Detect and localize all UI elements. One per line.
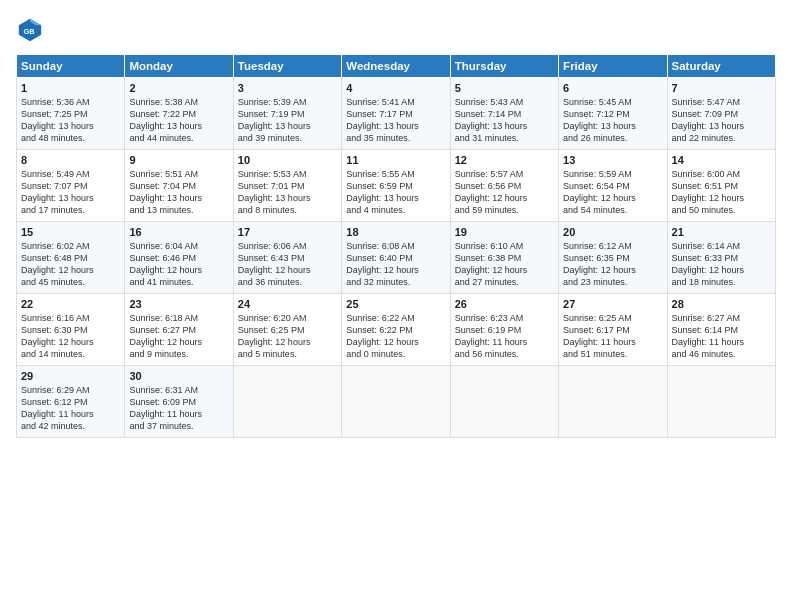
cell-info: Sunrise: 5:45 AMSunset: 7:12 PMDaylight:…	[563, 96, 662, 145]
header-row: SundayMondayTuesdayWednesdayThursdayFrid…	[17, 55, 776, 78]
day-number: 24	[238, 298, 337, 310]
calendar-cell: 23Sunrise: 6:18 AMSunset: 6:27 PMDayligh…	[125, 294, 233, 366]
day-number: 8	[21, 154, 120, 166]
calendar-cell	[342, 366, 450, 438]
calendar-cell: 19Sunrise: 6:10 AMSunset: 6:38 PMDayligh…	[450, 222, 558, 294]
logo: GB	[16, 16, 48, 44]
cell-info: Sunrise: 5:38 AMSunset: 7:22 PMDaylight:…	[129, 96, 228, 145]
calendar-cell: 3Sunrise: 5:39 AMSunset: 7:19 PMDaylight…	[233, 78, 341, 150]
calendar-cell: 1Sunrise: 5:36 AMSunset: 7:25 PMDaylight…	[17, 78, 125, 150]
cell-info: Sunrise: 5:41 AMSunset: 7:17 PMDaylight:…	[346, 96, 445, 145]
cell-info: Sunrise: 6:16 AMSunset: 6:30 PMDaylight:…	[21, 312, 120, 361]
day-number: 10	[238, 154, 337, 166]
header-day: Friday	[559, 55, 667, 78]
calendar-cell: 24Sunrise: 6:20 AMSunset: 6:25 PMDayligh…	[233, 294, 341, 366]
cell-info: Sunrise: 5:59 AMSunset: 6:54 PMDaylight:…	[563, 168, 662, 217]
calendar-cell	[559, 366, 667, 438]
cell-info: Sunrise: 6:02 AMSunset: 6:48 PMDaylight:…	[21, 240, 120, 289]
cell-info: Sunrise: 6:06 AMSunset: 6:43 PMDaylight:…	[238, 240, 337, 289]
calendar-cell: 17Sunrise: 6:06 AMSunset: 6:43 PMDayligh…	[233, 222, 341, 294]
cell-info: Sunrise: 6:12 AMSunset: 6:35 PMDaylight:…	[563, 240, 662, 289]
calendar-cell	[450, 366, 558, 438]
cell-info: Sunrise: 5:57 AMSunset: 6:56 PMDaylight:…	[455, 168, 554, 217]
calendar-cell: 6Sunrise: 5:45 AMSunset: 7:12 PMDaylight…	[559, 78, 667, 150]
day-number: 22	[21, 298, 120, 310]
day-number: 28	[672, 298, 771, 310]
calendar-table: SundayMondayTuesdayWednesdayThursdayFrid…	[16, 54, 776, 438]
svg-text:GB: GB	[23, 27, 35, 36]
day-number: 2	[129, 82, 228, 94]
calendar-cell: 11Sunrise: 5:55 AMSunset: 6:59 PMDayligh…	[342, 150, 450, 222]
calendar-cell: 13Sunrise: 5:59 AMSunset: 6:54 PMDayligh…	[559, 150, 667, 222]
cell-info: Sunrise: 5:47 AMSunset: 7:09 PMDaylight:…	[672, 96, 771, 145]
day-number: 15	[21, 226, 120, 238]
day-number: 9	[129, 154, 228, 166]
calendar-cell: 22Sunrise: 6:16 AMSunset: 6:30 PMDayligh…	[17, 294, 125, 366]
calendar-cell: 28Sunrise: 6:27 AMSunset: 6:14 PMDayligh…	[667, 294, 775, 366]
day-number: 25	[346, 298, 445, 310]
calendar-cell: 26Sunrise: 6:23 AMSunset: 6:19 PMDayligh…	[450, 294, 558, 366]
calendar-cell: 21Sunrise: 6:14 AMSunset: 6:33 PMDayligh…	[667, 222, 775, 294]
calendar-cell: 12Sunrise: 5:57 AMSunset: 6:56 PMDayligh…	[450, 150, 558, 222]
calendar-cell: 25Sunrise: 6:22 AMSunset: 6:22 PMDayligh…	[342, 294, 450, 366]
cell-info: Sunrise: 5:43 AMSunset: 7:14 PMDaylight:…	[455, 96, 554, 145]
cell-info: Sunrise: 6:04 AMSunset: 6:46 PMDaylight:…	[129, 240, 228, 289]
day-number: 14	[672, 154, 771, 166]
header-day: Monday	[125, 55, 233, 78]
day-number: 11	[346, 154, 445, 166]
cell-info: Sunrise: 6:23 AMSunset: 6:19 PMDaylight:…	[455, 312, 554, 361]
cell-info: Sunrise: 6:10 AMSunset: 6:38 PMDaylight:…	[455, 240, 554, 289]
cell-info: Sunrise: 6:20 AMSunset: 6:25 PMDaylight:…	[238, 312, 337, 361]
calendar-cell: 8Sunrise: 5:49 AMSunset: 7:07 PMDaylight…	[17, 150, 125, 222]
calendar-cell: 4Sunrise: 5:41 AMSunset: 7:17 PMDaylight…	[342, 78, 450, 150]
cell-info: Sunrise: 6:18 AMSunset: 6:27 PMDaylight:…	[129, 312, 228, 361]
calendar-cell: 7Sunrise: 5:47 AMSunset: 7:09 PMDaylight…	[667, 78, 775, 150]
cell-info: Sunrise: 5:51 AMSunset: 7:04 PMDaylight:…	[129, 168, 228, 217]
cell-info: Sunrise: 6:31 AMSunset: 6:09 PMDaylight:…	[129, 384, 228, 433]
cell-info: Sunrise: 5:55 AMSunset: 6:59 PMDaylight:…	[346, 168, 445, 217]
calendar-cell: 9Sunrise: 5:51 AMSunset: 7:04 PMDaylight…	[125, 150, 233, 222]
calendar-cell: 30Sunrise: 6:31 AMSunset: 6:09 PMDayligh…	[125, 366, 233, 438]
day-number: 27	[563, 298, 662, 310]
day-number: 3	[238, 82, 337, 94]
cell-info: Sunrise: 6:00 AMSunset: 6:51 PMDaylight:…	[672, 168, 771, 217]
day-number: 16	[129, 226, 228, 238]
calendar-cell: 2Sunrise: 5:38 AMSunset: 7:22 PMDaylight…	[125, 78, 233, 150]
cell-info: Sunrise: 5:39 AMSunset: 7:19 PMDaylight:…	[238, 96, 337, 145]
calendar-cell	[667, 366, 775, 438]
header-day: Tuesday	[233, 55, 341, 78]
day-number: 19	[455, 226, 554, 238]
calendar-cell: 16Sunrise: 6:04 AMSunset: 6:46 PMDayligh…	[125, 222, 233, 294]
calendar-cell: 5Sunrise: 5:43 AMSunset: 7:14 PMDaylight…	[450, 78, 558, 150]
header-day: Sunday	[17, 55, 125, 78]
page-header: GB	[16, 16, 776, 44]
day-number: 6	[563, 82, 662, 94]
calendar-cell: 29Sunrise: 6:29 AMSunset: 6:12 PMDayligh…	[17, 366, 125, 438]
day-number: 1	[21, 82, 120, 94]
header-day: Saturday	[667, 55, 775, 78]
cell-info: Sunrise: 5:36 AMSunset: 7:25 PMDaylight:…	[21, 96, 120, 145]
cell-info: Sunrise: 5:53 AMSunset: 7:01 PMDaylight:…	[238, 168, 337, 217]
day-number: 18	[346, 226, 445, 238]
calendar-week-row: 1Sunrise: 5:36 AMSunset: 7:25 PMDaylight…	[17, 78, 776, 150]
calendar-cell: 10Sunrise: 5:53 AMSunset: 7:01 PMDayligh…	[233, 150, 341, 222]
calendar-cell: 15Sunrise: 6:02 AMSunset: 6:48 PMDayligh…	[17, 222, 125, 294]
calendar-week-row: 8Sunrise: 5:49 AMSunset: 7:07 PMDaylight…	[17, 150, 776, 222]
day-number: 20	[563, 226, 662, 238]
calendar-cell: 14Sunrise: 6:00 AMSunset: 6:51 PMDayligh…	[667, 150, 775, 222]
calendar-cell: 20Sunrise: 6:12 AMSunset: 6:35 PMDayligh…	[559, 222, 667, 294]
cell-info: Sunrise: 6:14 AMSunset: 6:33 PMDaylight:…	[672, 240, 771, 289]
day-number: 26	[455, 298, 554, 310]
cell-info: Sunrise: 6:22 AMSunset: 6:22 PMDaylight:…	[346, 312, 445, 361]
day-number: 4	[346, 82, 445, 94]
logo-icon: GB	[16, 16, 44, 44]
day-number: 12	[455, 154, 554, 166]
calendar-week-row: 29Sunrise: 6:29 AMSunset: 6:12 PMDayligh…	[17, 366, 776, 438]
header-day: Wednesday	[342, 55, 450, 78]
cell-info: Sunrise: 6:27 AMSunset: 6:14 PMDaylight:…	[672, 312, 771, 361]
day-number: 21	[672, 226, 771, 238]
calendar-week-row: 22Sunrise: 6:16 AMSunset: 6:30 PMDayligh…	[17, 294, 776, 366]
calendar-week-row: 15Sunrise: 6:02 AMSunset: 6:48 PMDayligh…	[17, 222, 776, 294]
cell-info: Sunrise: 6:08 AMSunset: 6:40 PMDaylight:…	[346, 240, 445, 289]
cell-info: Sunrise: 6:25 AMSunset: 6:17 PMDaylight:…	[563, 312, 662, 361]
